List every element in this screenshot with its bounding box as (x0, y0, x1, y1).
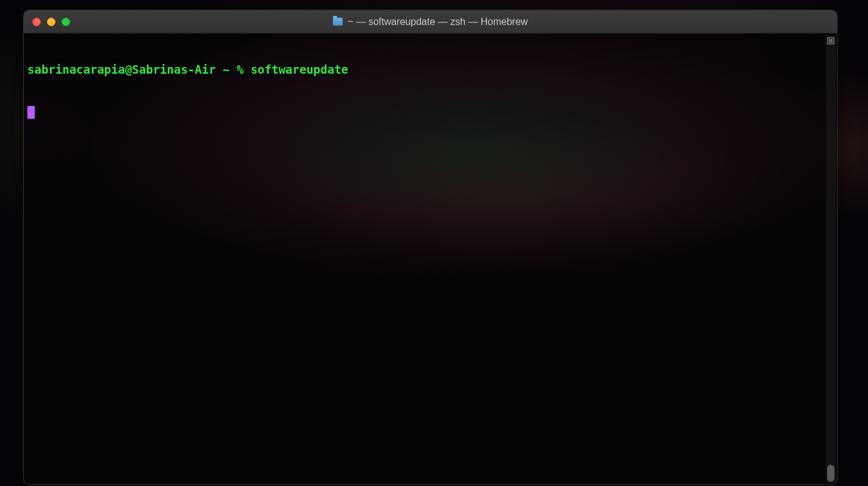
terminal-window: ~ — softwareupdate — zsh — Homebrew sabr… (23, 10, 838, 485)
terminal-content[interactable]: sabrinacarapia@Sabrinas-Air ~ % software… (27, 35, 825, 484)
prompt-line: sabrinacarapia@Sabrinas-Air ~ % software… (27, 63, 825, 77)
window-title: ~ — softwareupdate — zsh — Homebrew (333, 16, 528, 27)
prompt-user-host: sabrinacarapia@Sabrinas-Air (27, 63, 216, 76)
prompt-path: ~ (222, 63, 229, 76)
folder-icon (333, 18, 343, 26)
title-bar[interactable]: ~ — softwareupdate — zsh — Homebrew (24, 10, 837, 33)
terminal-body[interactable]: sabrinacarapia@Sabrinas-Air ~ % software… (24, 33, 837, 484)
scrollbar-thumb[interactable] (827, 465, 834, 482)
cursor (27, 106, 35, 119)
maximize-button[interactable] (62, 18, 70, 26)
close-button[interactable] (32, 18, 41, 26)
prompt-symbol: % (237, 63, 243, 76)
scroll-indicator-icon (826, 36, 836, 46)
window-controls (32, 18, 70, 26)
scrollbar-vertical[interactable] (826, 35, 836, 483)
command-text: softwareupdate (251, 63, 348, 76)
cursor-row (27, 105, 825, 119)
window-title-text: ~ — softwareupdate — zsh — Homebrew (347, 16, 528, 27)
minimize-button[interactable] (47, 18, 55, 26)
